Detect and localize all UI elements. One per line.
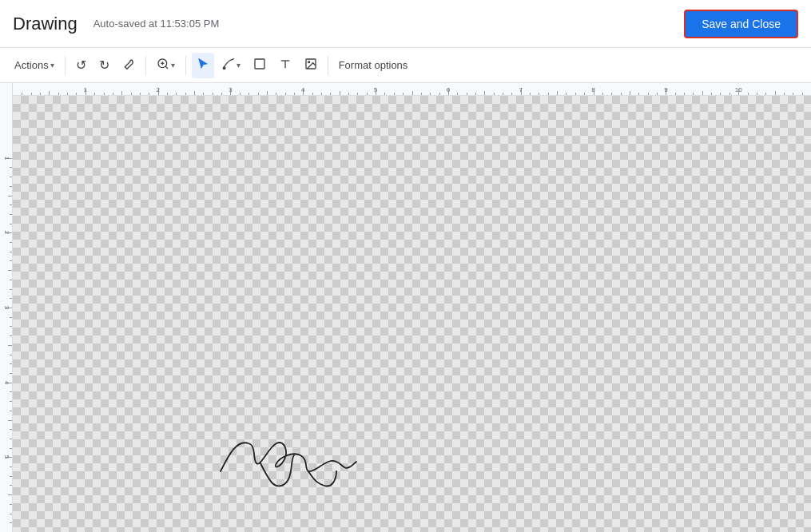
drawing-surface[interactable] — [13, 96, 811, 532]
undo-button[interactable]: ↺ — [71, 53, 91, 78]
svg-point-9 — [308, 62, 309, 63]
zoom-button[interactable]: ▾ — [152, 53, 180, 78]
left-ruler: 12345 — [0, 83, 13, 532]
toolbar-separator-1 — [65, 56, 66, 75]
image-icon — [304, 58, 317, 73]
line-dropdown-arrow: ▾ — [237, 61, 241, 69]
actions-menu-button[interactable]: Actions ▾ — [10, 53, 59, 78]
toolbar: Actions ▾ ↺ ↻ ▾ ▾ — [0, 48, 811, 83]
ruler-top-row: 12345678910 — [13, 83, 811, 532]
image-tool-button[interactable] — [300, 53, 322, 78]
line-tool-button[interactable]: ▾ — [217, 53, 245, 78]
zoom-dropdown-arrow: ▾ — [171, 61, 175, 69]
save-and-close-button[interactable]: Save and Close — [684, 10, 798, 38]
app-title: Drawing — [13, 14, 78, 34]
shape-tool-button[interactable] — [248, 53, 271, 78]
zoom-icon — [157, 58, 169, 73]
paint-format-icon — [122, 58, 135, 73]
svg-rect-5 — [255, 59, 264, 69]
header-left: Drawing Auto-saved at 11:53:05 PM — [13, 14, 219, 34]
line-icon — [222, 58, 235, 73]
format-options-button[interactable]: Format options — [334, 53, 413, 78]
actions-dropdown-arrow: ▾ — [50, 61, 54, 69]
format-options-label: Format options — [339, 59, 408, 71]
actions-label: Actions — [14, 59, 49, 71]
redo-icon: ↻ — [99, 59, 109, 72]
svg-point-4 — [223, 67, 225, 69]
canvas-container: 12345 12345678910 — [0, 83, 811, 532]
text-icon — [279, 58, 292, 73]
paint-format-button[interactable] — [117, 53, 140, 78]
top-ruler: 12345678910 — [13, 83, 811, 96]
select-tool-button[interactable] — [192, 53, 214, 78]
text-tool-button[interactable] — [274, 53, 296, 78]
select-icon — [197, 58, 209, 73]
shape-icon — [253, 58, 266, 73]
toolbar-separator-4 — [328, 56, 328, 75]
toolbar-separator-2 — [145, 56, 146, 75]
drawing-canvas[interactable] — [13, 96, 811, 532]
toolbar-separator-3 — [185, 56, 186, 75]
autosave-status: Auto-saved at 11:53:05 PM — [93, 18, 220, 30]
app-header: Drawing Auto-saved at 11:53:05 PM Save a… — [0, 0, 811, 48]
svg-line-1 — [165, 66, 168, 69]
undo-icon: ↺ — [76, 59, 86, 72]
signature-drawing — [213, 407, 412, 503]
redo-button[interactable]: ↻ — [94, 53, 114, 78]
